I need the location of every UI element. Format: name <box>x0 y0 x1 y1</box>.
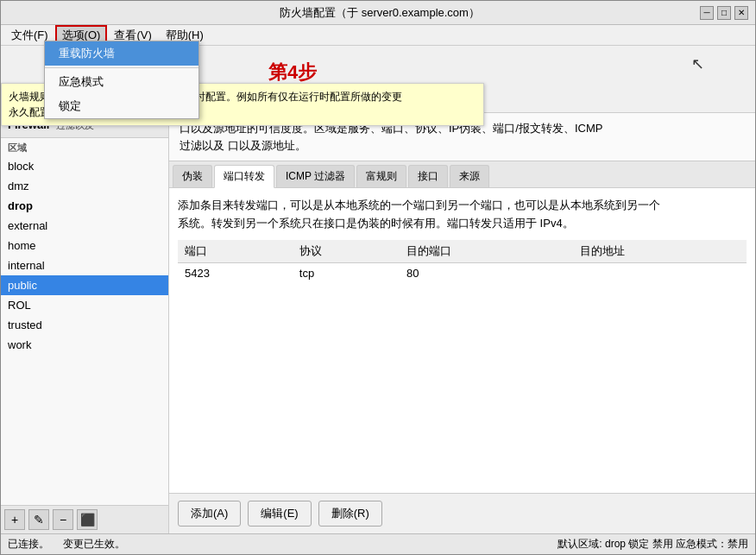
sidebar-remove-btn[interactable]: − <box>53 509 73 530</box>
col-protocol: 协议 <box>293 240 400 263</box>
tab-port-forward[interactable]: 端口转发 <box>214 165 274 188</box>
status-changes: 变更已生效。 <box>63 537 125 552</box>
tab-source[interactable]: 来源 <box>450 165 489 187</box>
tab-icmp-filter[interactable]: ICMP 过滤器 <box>276 165 355 187</box>
add-button[interactable]: 添加(A) <box>178 501 241 527</box>
tab-interface[interactable]: 接口 <box>408 165 448 187</box>
dropdown-menu: 重载防火墙 应急模式 锁定 <box>44 41 199 119</box>
tabs: 伪装 端口转发 ICMP 过滤器 富规则 接口 来源 <box>169 161 755 188</box>
sidebar-item-trusted[interactable]: trusted <box>1 315 168 335</box>
dropdown-separator <box>45 67 198 68</box>
sidebar-list: 区域 block dmz drop external home internal… <box>1 138 168 505</box>
status-right: 默认区域: drop 锁定 禁用 应急模式：禁用 <box>139 537 748 552</box>
main-panel: 口以及源地址的可信度度。区域是服务、端口、协议、IP伪装、端口/报文转发、ICM… <box>169 113 755 533</box>
dropdown-item-emergency[interactable]: 应急模式 <box>45 70 198 94</box>
table-row[interactable]: 5423 tcp 80 <box>178 262 747 283</box>
col-dest-addr: 目的地址 <box>573 240 747 263</box>
main-window: 防火墙配置（于 server0.example.com） ─ □ ✕ 文件(F)… <box>0 0 756 555</box>
statusbar: 已连接。 变更已生效。 默认区域: drop 锁定 禁用 应急模式：禁用 <box>1 533 755 554</box>
sidebar-footer: + ✎ − ⬛ <box>1 505 168 533</box>
col-dest-port: 目的端口 <box>400 240 573 263</box>
status-connected: 已连接。 <box>8 537 49 552</box>
sidebar-item-external[interactable]: external <box>1 216 168 236</box>
sidebar-item-internal[interactable]: internal <box>1 255 168 275</box>
cell-dest-port: 80 <box>400 262 573 283</box>
sidebar-section-zone: 区域 <box>1 138 168 156</box>
tab-masquerade[interactable]: 伪装 <box>173 165 212 187</box>
sidebar-item-work[interactable]: work <box>1 335 168 355</box>
cell-port: 5423 <box>178 262 293 283</box>
step-label: 第4步 <box>268 60 317 85</box>
sidebar-item-block[interactable]: block <box>1 156 168 176</box>
delete-button[interactable]: 删除(R) <box>318 501 382 527</box>
dropdown-item-lock[interactable]: 锁定 <box>45 94 198 118</box>
port-forward-desc: 添加条目来转发端口，可以是从本地系统的一个端口到另一个端口，也可以是从本地系统到… <box>178 197 747 233</box>
sidebar: Firewall 过滤以及 区域 block dmz drop external… <box>1 113 169 533</box>
sidebar-edit-btn[interactable]: ✎ <box>28 509 49 530</box>
titlebar: 防火墙配置（于 server0.example.com） ─ □ ✕ <box>1 1 755 25</box>
window-controls: ─ □ ✕ <box>700 6 748 20</box>
sidebar-action-btn[interactable]: ⬛ <box>77 509 98 530</box>
cell-dest-addr <box>573 262 747 283</box>
sidebar-item-rol[interactable]: ROL <box>1 295 168 315</box>
window-title: 防火墙配置（于 server0.example.com） <box>60 5 700 21</box>
close-button[interactable]: ✕ <box>734 6 748 20</box>
tab-content-port-forward: 添加条目来转发端口，可以是从本地系统的一个端口到另一个端口，也可以是从本地系统到… <box>169 188 755 493</box>
cell-protocol: tcp <box>293 262 400 283</box>
content-area: Firewall 过滤以及 区域 block dmz drop external… <box>1 113 755 533</box>
sidebar-item-drop[interactable]: drop <box>1 196 168 216</box>
minimize-button[interactable]: ─ <box>700 6 714 20</box>
tab-rich-rule[interactable]: 富规则 <box>356 165 406 187</box>
desc-line2: 过滤以及 口以及源地址。 <box>180 137 745 155</box>
sidebar-item-home[interactable]: home <box>1 236 168 255</box>
tab-buttons: 添加(A) 编辑(E) 删除(R) <box>169 493 755 533</box>
dropdown-item-reload[interactable]: 重载防火墙 <box>45 41 198 66</box>
port-forward-table: 端口 协议 目的端口 目的地址 5423 tcp 80 <box>178 240 747 283</box>
edit-button[interactable]: 编辑(E) <box>248 501 311 527</box>
sidebar-item-public[interactable]: public <box>1 275 168 295</box>
sidebar-add-btn[interactable]: + <box>4 509 25 530</box>
col-port: 端口 <box>178 240 293 263</box>
sidebar-item-dmz[interactable]: dmz <box>1 176 168 196</box>
cursor-icon: ↖ <box>691 54 704 73</box>
maximize-button[interactable]: □ <box>717 6 731 20</box>
